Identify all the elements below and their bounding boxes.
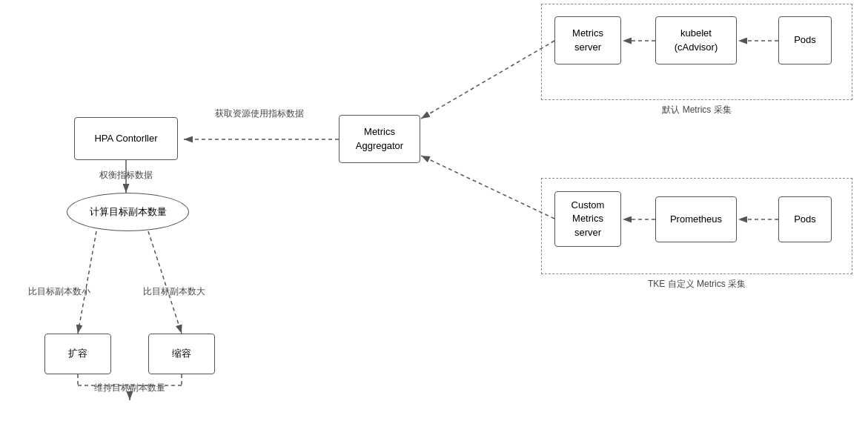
calc-to-scaleout-arrow <box>78 231 96 334</box>
pods-bottom-label: Pods <box>794 213 816 226</box>
pods-bottom-box: Pods <box>778 196 832 242</box>
metrics-server-label: Metrics server <box>572 27 603 53</box>
diagram: Metrics server kubelet (cAdvisor) Pods 默… <box>0 0 868 421</box>
prometheus-label: Prometheus <box>670 213 722 226</box>
scale-out-label: 扩容 <box>68 347 87 360</box>
less-than-label: 比目标副本数小 <box>15 285 104 298</box>
get-resource-label: 获取资源使用指标数据 <box>178 107 341 120</box>
scale-in-box: 缩容 <box>148 334 215 374</box>
hpa-controller-label: HPA Contorller <box>94 132 157 145</box>
scale-out-box: 扩容 <box>44 334 111 374</box>
metrics-server-box: Metrics server <box>554 16 621 64</box>
metrics-aggregator-box: Metrics Aggregator <box>339 115 420 163</box>
maintain-label: 维持目标副本数量 <box>44 382 215 394</box>
kubelet-box: kubelet (cAdvisor) <box>655 16 737 64</box>
metrics-server-to-aggregator-arrow <box>421 41 554 119</box>
hpa-controller-box: HPA Contorller <box>74 117 178 160</box>
custom-metrics-label: Custom Metrics server <box>572 199 605 239</box>
scale-in-label: 缩容 <box>172 347 191 360</box>
calc-to-scalein-arrow <box>148 231 182 334</box>
metrics-aggregator-label: Metrics Aggregator <box>356 125 403 152</box>
prometheus-box: Prometheus <box>655 196 737 242</box>
custom-to-aggregator-arrow <box>421 156 554 219</box>
pods-top-label: Pods <box>794 33 816 47</box>
weight-metrics-label: 权衡指标数据 <box>89 169 163 182</box>
calc-replicas-box: 计算目标副本数量 <box>67 193 189 231</box>
calc-replicas-label: 计算目标副本数量 <box>90 205 167 219</box>
kubelet-label: kubelet (cAdvisor) <box>675 27 718 53</box>
tke-custom-label: TKE 自定义 Metrics 采集 <box>541 278 852 291</box>
greater-than-label: 比目标副本数大 <box>130 285 219 298</box>
pods-top-box: Pods <box>778 16 832 64</box>
default-metrics-label: 默认 Metrics 采集 <box>541 104 852 116</box>
custom-metrics-box: Custom Metrics server <box>554 191 621 247</box>
